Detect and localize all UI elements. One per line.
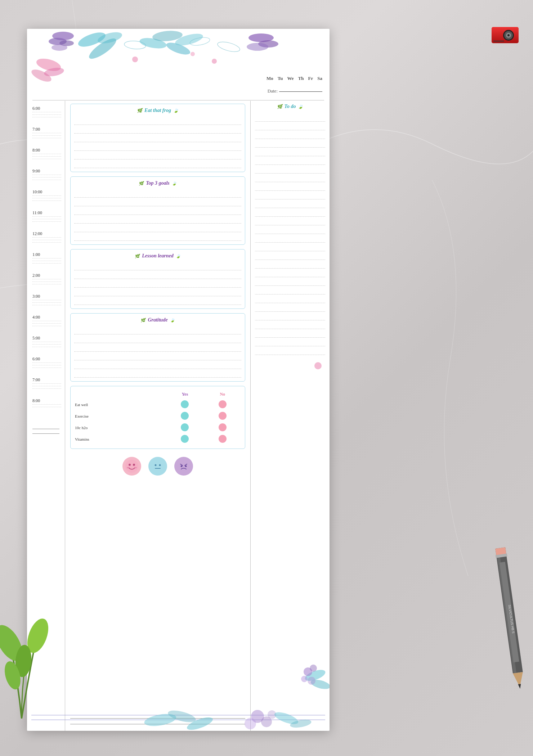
- todo-line: [255, 346, 325, 355]
- day-fr: Fr: [308, 76, 313, 81]
- time-slot-800: 8:00: [32, 146, 65, 167]
- write-line: [74, 159, 241, 168]
- time-slot-1100: 11:00: [32, 209, 65, 230]
- mood-row: [70, 457, 245, 476]
- svg-point-20: [49, 38, 67, 45]
- right-pink-dot: [255, 362, 325, 369]
- day-tu: Tu: [278, 76, 283, 81]
- todo-line: [255, 165, 325, 174]
- top-3-goals-title: 🌿 Top 3 goals 🍃: [74, 180, 241, 186]
- todo-line: [255, 122, 325, 130]
- mood-happy: [122, 457, 141, 476]
- svg-point-22: [51, 44, 67, 51]
- time-slot-1200: 12:00: [32, 230, 65, 251]
- time-slot-700: 7:00: [32, 125, 65, 146]
- day-th: Th: [298, 76, 304, 81]
- habit-col-header: [74, 392, 166, 399]
- time-label-800: 8:00: [32, 148, 65, 153]
- svg-point-46: [134, 467, 137, 468]
- svg-point-19: [52, 32, 74, 40]
- time-slot-700b: 7:00: [32, 376, 65, 397]
- time-label-1100: 11:00: [32, 210, 65, 216]
- plant-left-decoration: [0, 575, 61, 720]
- yes-circle-vitamins: [166, 433, 203, 445]
- right-bottom-dividers: [31, 715, 325, 720]
- todo-line: [255, 234, 325, 243]
- svg-point-36: [132, 57, 138, 62]
- time-slot-100: 1:00: [32, 251, 65, 271]
- date-label: Date:: [268, 88, 322, 94]
- no-circle-water: [204, 422, 241, 433]
- write-line: [74, 360, 241, 369]
- write-line: [74, 279, 241, 288]
- svg-point-27: [30, 67, 53, 84]
- todo-line: [255, 130, 325, 139]
- yes-circle-eat-well: [166, 399, 203, 410]
- habit-row-eat-well: Eat well: [74, 399, 241, 410]
- write-line: [74, 206, 241, 215]
- habit-label-exercise: Exercise: [74, 410, 166, 422]
- svg-point-26: [35, 56, 62, 73]
- habit-label-water: 10c h2o: [74, 422, 166, 433]
- svg-point-40: [189, 36, 211, 46]
- time-slot-200: 2:00: [32, 271, 65, 292]
- habit-table: Yes No Eat well Exercise: [74, 392, 241, 445]
- todo-line: [255, 225, 325, 234]
- write-line: [74, 189, 241, 198]
- todo-line: [255, 286, 325, 294]
- floral-top-decoration: [27, 29, 330, 94]
- svg-point-31: [165, 40, 192, 57]
- time-slot-600b: 6:00: [32, 355, 65, 376]
- todo-line: [255, 269, 325, 277]
- time-slot-900: 9:00: [32, 167, 65, 188]
- svg-point-29: [139, 36, 167, 50]
- todo-line: [255, 329, 325, 338]
- leaf-left-2: 🌿: [139, 181, 144, 186]
- todo-line: [255, 294, 325, 303]
- yes-circle-water: [166, 422, 203, 433]
- write-line: [74, 125, 241, 134]
- time-label-600b: 6:00: [32, 356, 65, 362]
- lesson-learned-section: 🌿 Lesson learned 🍃: [70, 249, 245, 309]
- lesson-learned-title: 🌿 Lesson learned 🍃: [74, 253, 241, 259]
- todo-line: [255, 113, 325, 122]
- time-label-400: 4:00: [32, 315, 65, 320]
- leaf-right-todo: 🍃: [298, 104, 303, 109]
- time-slot-600: 6:00: [32, 104, 65, 125]
- svg-point-49: [159, 464, 161, 466]
- write-line: [74, 224, 241, 232]
- write-line: [74, 262, 241, 270]
- time-label-300: 3:00: [32, 294, 65, 299]
- gratitude-lines: [74, 326, 241, 378]
- svg-point-41: [216, 40, 241, 54]
- write-line: [74, 142, 241, 151]
- leaf-right-4: 🍃: [170, 318, 175, 323]
- svg-point-32: [174, 31, 204, 48]
- day-mo: Mo: [266, 76, 273, 81]
- write-line: [74, 151, 241, 159]
- svg-point-35: [247, 43, 268, 51]
- todo-line: [255, 260, 325, 269]
- todo-line: [255, 148, 325, 156]
- time-label-100: 1:00: [32, 252, 65, 257]
- svg-point-39: [124, 40, 146, 50]
- eat-that-frog-section: 🌿 Eat that frog 🍃: [70, 104, 245, 172]
- write-line: [74, 198, 241, 206]
- top-3-goals-section: 🌿 Top 3 goals 🍃: [70, 176, 245, 245]
- todo-title: 🌿 To do 🍃: [255, 104, 325, 109]
- leaf-left-1: 🌿: [137, 108, 142, 113]
- days-header: Mo Tu We Th Fr Sa: [266, 76, 322, 81]
- svg-point-38: [212, 59, 217, 64]
- no-circle-exercise: [204, 410, 241, 422]
- yes-circle-exercise: [166, 410, 203, 422]
- todo-line: [255, 312, 325, 320]
- leaf-right-1: 🍃: [173, 108, 179, 113]
- time-slot-1000: 10:00: [32, 188, 65, 209]
- write-line: [74, 232, 241, 241]
- right-floral-bottom: [294, 647, 330, 702]
- write-line: [74, 296, 241, 305]
- svg-point-47: [151, 460, 164, 473]
- todo-line: [255, 174, 325, 182]
- time-label-700b: 7:00: [32, 377, 65, 383]
- write-line: [74, 116, 241, 125]
